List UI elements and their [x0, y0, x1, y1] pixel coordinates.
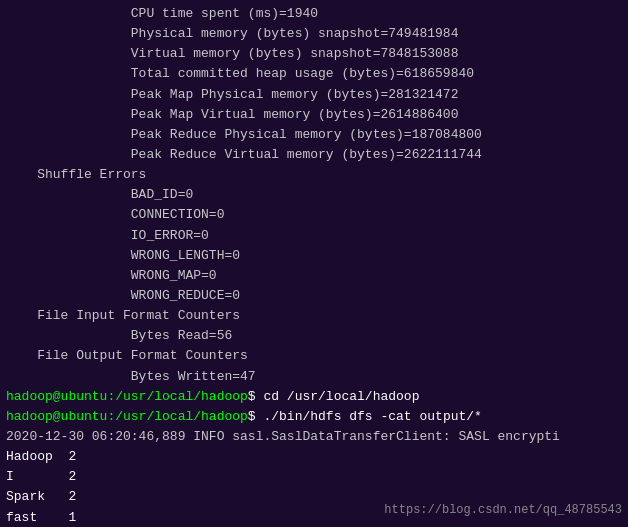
line-bytes-written: Bytes Written=47: [6, 367, 622, 387]
watermark: https://blog.csdn.net/qq_48785543: [384, 503, 622, 517]
line-hadoop: Hadoop 2: [6, 447, 622, 467]
line-prompt-cd[interactable]: hadoop@ubuntu:/usr/local/hadoop$ cd /usr…: [6, 387, 622, 407]
line-peak-map-virt: Peak Map Virtual memory (bytes)=26148864…: [6, 105, 622, 125]
line-connection: CONNECTION=0: [6, 205, 622, 225]
line-sasl: 2020-12-30 06:20:46,889 INFO sasl.SaslDa…: [6, 427, 622, 447]
line-i: I 2: [6, 467, 622, 487]
prompt-user-hdfs: hadoop@ubuntu:/usr/local/hadoop: [6, 409, 248, 424]
line-cpu-time: CPU time spent (ms)=1940: [6, 4, 622, 24]
terminal-window: CPU time spent (ms)=1940 Physical memory…: [0, 0, 628, 527]
line-phys-mem: Physical memory (bytes) snapshot=7494819…: [6, 24, 622, 44]
line-prompt-hdfs[interactable]: hadoop@ubuntu:/usr/local/hadoop$ ./bin/h…: [6, 407, 622, 427]
prompt-user-cd: hadoop@ubuntu:/usr/local/hadoop: [6, 389, 248, 404]
prompt-cmd-hdfs: $ ./bin/hdfs dfs -cat output/*: [248, 409, 482, 424]
line-bad-id: BAD_ID=0: [6, 185, 622, 205]
line-peak-reduce-virt: Peak Reduce Virtual memory (bytes)=26221…: [6, 145, 622, 165]
line-peak-map-phys: Peak Map Physical memory (bytes)=2813214…: [6, 85, 622, 105]
line-heap: Total committed heap usage (bytes)=61865…: [6, 64, 622, 84]
line-wrong-length: WRONG_LENGTH=0: [6, 246, 622, 266]
line-bytes-read: Bytes Read=56: [6, 326, 622, 346]
line-wrong-map: WRONG_MAP=0: [6, 266, 622, 286]
line-io-error: IO_ERROR=0: [6, 226, 622, 246]
line-file-input: File Input Format Counters: [6, 306, 622, 326]
line-wrong-reduce: WRONG_REDUCE=0: [6, 286, 622, 306]
line-peak-reduce-phys: Peak Reduce Physical memory (bytes)=1870…: [6, 125, 622, 145]
line-virt-mem: Virtual memory (bytes) snapshot=78481530…: [6, 44, 622, 64]
line-shuffle-errors: Shuffle Errors: [6, 165, 622, 185]
line-file-output: File Output Format Counters: [6, 346, 622, 366]
prompt-cmd-cd: $ cd /usr/local/hadoop: [248, 389, 420, 404]
